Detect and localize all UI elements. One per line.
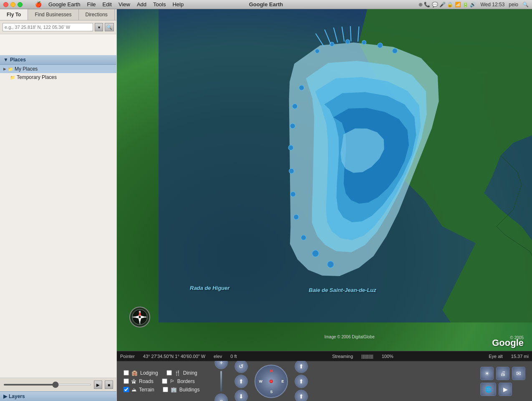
tilt-down-button[interactable]: ⬇ xyxy=(234,390,248,401)
map-area[interactable]: Rada de Higuer Baie de Saint-Jean-de-Luz… xyxy=(117,9,532,361)
terrain-icon: ⛰ xyxy=(131,387,136,393)
menu-bar: 🍎 Google Earth File Edit View Add Tools … xyxy=(33,1,185,8)
email-button[interactable]: ✉ xyxy=(512,367,525,380)
window-controls[interactable] xyxy=(0,2,23,7)
perspective-button[interactable]: ⬆ xyxy=(295,375,308,388)
tab-fly-to[interactable]: Fly To xyxy=(0,9,28,20)
checkbox-dining[interactable] xyxy=(166,370,172,376)
bottom-controls: 🏨 Lodging 🍴 Dining 🛣 Roads xyxy=(117,361,532,401)
svg-text:W: W xyxy=(132,316,135,318)
layers-arrow-icon: ▶ xyxy=(3,393,7,399)
sun-button[interactable]: ☀ xyxy=(480,367,494,380)
spotlight-icon[interactable]: 🔍 xyxy=(522,2,529,8)
checkbox-buildings[interactable] xyxy=(163,387,168,392)
search-dropdown-button[interactable]: ▾ xyxy=(95,23,103,31)
layers-label: Layers xyxy=(9,393,25,399)
dining-label: Dining xyxy=(183,370,197,376)
tab-find-businesses[interactable]: Find Businesses xyxy=(28,9,78,20)
opacity-slider[interactable] xyxy=(3,384,91,386)
zoom-out-button[interactable]: − xyxy=(214,393,228,401)
minimize-button[interactable] xyxy=(10,2,15,7)
compass-s-label: S xyxy=(270,390,272,394)
slider-area: ▶ ■ xyxy=(0,378,116,391)
reset-tilt-button[interactable]: ⬆ xyxy=(295,390,308,401)
roads-icon: 🛣 xyxy=(131,378,136,384)
tilt-button[interactable]: ⬆ xyxy=(234,375,248,388)
map-compass: N S E W xyxy=(129,307,150,327)
dining-icon: 🍴 xyxy=(174,370,181,376)
buildings-icon: 🏢 xyxy=(171,387,177,393)
stream-bars: |||||||||| xyxy=(361,354,373,359)
map-column: Rada de Higuer Baie de Saint-Jean-de-Luz… xyxy=(117,9,532,401)
overview-button[interactable]: 🌐 xyxy=(480,383,496,396)
sidebar: Fly To Find Businesses Directions ▾ 🔍 ▼ … xyxy=(0,9,117,401)
eye-label: Eye alt xyxy=(489,354,503,359)
menu-help[interactable]: Help xyxy=(171,1,185,8)
compass-e-label: E xyxy=(281,379,284,383)
menu-edit[interactable]: Edit xyxy=(101,1,113,8)
places-section: ▼ Places ▶ 📁 My Places 📁 Temporary Place… xyxy=(0,55,116,378)
system-icons: ⊕ 📞 💬 🎤 🔒 📶 🔋 🔊 xyxy=(419,2,476,8)
google-logo: Google xyxy=(492,338,524,348)
north-up-button[interactable]: ⬆ xyxy=(295,360,308,373)
terrain-label: Terrain xyxy=(139,387,154,393)
stream-percent: 100% xyxy=(382,354,393,359)
places-header[interactable]: ▼ Places xyxy=(0,55,116,65)
tree-item-temporary-places[interactable]: 📁 Temporary Places xyxy=(0,73,116,81)
borders-icon: 🏳 xyxy=(170,378,175,384)
search-area: ▾ 🔍 xyxy=(0,20,116,34)
tour-button[interactable]: ▶ xyxy=(499,383,512,396)
folder-icon: 📁 xyxy=(8,67,13,71)
rotate-button[interactable]: ↺ xyxy=(234,360,248,373)
svg-text:N: N xyxy=(139,310,141,313)
compass-w-label: W xyxy=(259,379,262,383)
elev-label: elev xyxy=(214,354,222,359)
rotate-tilt-controls: ↺ ⬆ ⬇ xyxy=(234,360,248,401)
stop-button[interactable]: ■ xyxy=(105,381,113,389)
zoom-tilt-controls: + − xyxy=(214,356,228,401)
menu-add[interactable]: Add xyxy=(135,1,148,8)
search-go-button[interactable]: 🔍 xyxy=(105,23,114,31)
nav-ring[interactable]: N S E W xyxy=(255,365,288,398)
temporary-places-label: Temporary Places xyxy=(17,74,57,80)
buildings-label: Buildings xyxy=(179,387,200,393)
window-title: Google Earth xyxy=(249,1,283,8)
svg-text:E: E xyxy=(145,316,147,318)
play-button[interactable]: ▶ xyxy=(94,381,102,389)
layers-panel: 🏨 Lodging 🍴 Dining 🛣 Roads xyxy=(124,370,199,393)
menu-file[interactable]: File xyxy=(86,1,98,8)
elev-value: 0 ft xyxy=(230,354,237,359)
lodging-label: Lodging xyxy=(140,370,158,376)
main-layout: Fly To Find Businesses Directions ▾ 🔍 ▼ … xyxy=(0,9,532,401)
search-input[interactable] xyxy=(3,23,93,31)
layers-section[interactable]: ▶ Layers xyxy=(0,391,116,401)
checkbox-lodging[interactable] xyxy=(124,370,129,376)
menu-google-earth[interactable]: Google Earth xyxy=(47,1,82,8)
compass-center-dot xyxy=(270,380,273,383)
zoom-slider-track xyxy=(220,371,222,392)
checkbox-borders[interactable] xyxy=(162,378,167,384)
maximize-button[interactable] xyxy=(18,2,23,7)
close-button[interactable] xyxy=(3,2,8,7)
tab-directions[interactable]: Directions xyxy=(79,9,115,20)
svg-text:S: S xyxy=(139,322,141,325)
search-tabs: Fly To Find Businesses Directions xyxy=(0,9,116,20)
tree-arrow-icon: ▶ xyxy=(3,67,6,71)
username: peio xyxy=(509,2,518,8)
places-collapse-icon: ▼ xyxy=(3,57,8,63)
checkbox-roads[interactable] xyxy=(124,378,129,384)
titlebar: 🍎 Google Earth File Edit View Add Tools … xyxy=(0,0,532,9)
streaming-label: Streaming xyxy=(332,354,353,359)
places-label: Places xyxy=(10,57,26,63)
apple-menu[interactable]: 🍎 xyxy=(33,1,43,8)
checkbox-terrain[interactable] xyxy=(124,387,129,392)
borders-label: Borders xyxy=(177,378,195,384)
menu-tools[interactable]: Tools xyxy=(151,1,167,8)
image-credit: Image © 2006 DigitalGlobe xyxy=(325,335,375,339)
titlebar-right: ⊕ 📞 💬 🎤 🔒 📶 🔋 🔊 Wed 12:53 peio 🔍 xyxy=(419,2,529,8)
tree-item-my-places[interactable]: ▶ 📁 My Places xyxy=(0,65,116,73)
folder-icon-2: 📁 xyxy=(10,75,15,80)
print-button[interactable]: 🖨 xyxy=(496,367,509,380)
roads-label: Roads xyxy=(139,378,154,384)
menu-view[interactable]: View xyxy=(117,1,132,8)
